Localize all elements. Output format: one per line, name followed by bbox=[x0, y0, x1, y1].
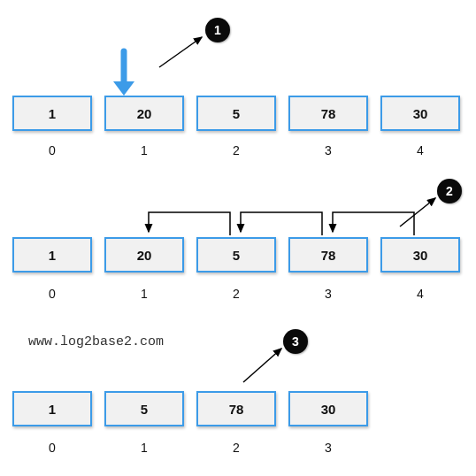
array-cell: 5 bbox=[104, 391, 184, 426]
array-cell: 30 bbox=[380, 96, 460, 131]
array-cell: 78 bbox=[196, 391, 276, 426]
index-row-1: 0 1 2 3 4 bbox=[12, 142, 460, 159]
step-marker-3: 3 bbox=[283, 329, 308, 354]
array-row-1: 1 20 5 78 30 bbox=[12, 96, 460, 131]
array-index: 0 bbox=[12, 285, 92, 303]
array-index: 1 bbox=[104, 142, 184, 159]
array-cell: 30 bbox=[380, 237, 460, 273]
array-index: 0 bbox=[12, 439, 92, 457]
shift-arrow-icon bbox=[333, 212, 414, 235]
array-cell: 20 bbox=[104, 96, 184, 131]
array-cell: 78 bbox=[288, 237, 368, 273]
index-row-2: 0 1 2 3 4 bbox=[12, 285, 460, 303]
array-index: 0 bbox=[12, 142, 92, 159]
down-arrow-head-icon bbox=[113, 81, 134, 96]
step-marker-1: 1 bbox=[205, 18, 230, 42]
array-index: 2 bbox=[196, 285, 276, 303]
array-index: 3 bbox=[288, 142, 368, 159]
array-index: 4 bbox=[380, 142, 460, 159]
array-index: 4 bbox=[380, 285, 460, 303]
shift-arrow-icon bbox=[149, 212, 230, 235]
array-cell: 78 bbox=[288, 96, 368, 131]
array-cell: 30 bbox=[288, 391, 368, 426]
array-row-2: 1 20 5 78 30 bbox=[12, 237, 460, 273]
array-cell: 20 bbox=[104, 237, 184, 273]
array-cell: 1 bbox=[12, 237, 92, 273]
array-row-3: 1 5 78 30 bbox=[12, 391, 368, 426]
array-cell: 1 bbox=[12, 391, 92, 426]
array-index: 1 bbox=[104, 439, 184, 457]
array-index: 3 bbox=[288, 439, 368, 457]
pointer-arrow-icon bbox=[159, 37, 202, 67]
array-cell: 5 bbox=[196, 237, 276, 273]
watermark-text: www.log2base2.com bbox=[28, 334, 164, 349]
step-marker-2: 2 bbox=[437, 179, 462, 203]
index-row-3: 0 1 2 3 bbox=[12, 439, 368, 457]
pointer-arrow-icon bbox=[243, 349, 281, 382]
array-cell: 5 bbox=[196, 96, 276, 131]
array-index: 2 bbox=[196, 142, 276, 159]
pointer-arrow-icon bbox=[400, 198, 435, 226]
shift-arrow-icon bbox=[241, 212, 322, 235]
array-index: 2 bbox=[196, 439, 276, 457]
array-cell: 1 bbox=[12, 96, 92, 131]
array-index: 1 bbox=[104, 285, 184, 303]
array-index: 3 bbox=[288, 285, 368, 303]
